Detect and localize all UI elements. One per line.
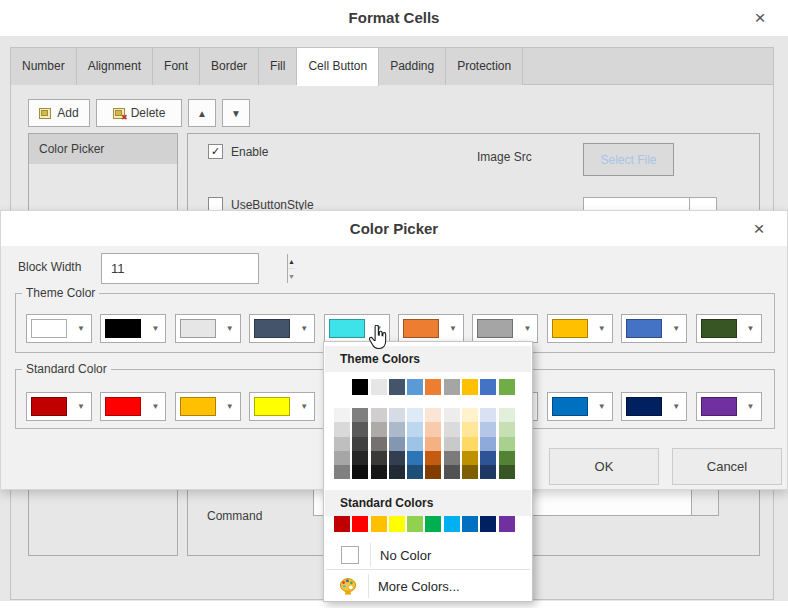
- no-color-menu-item[interactable]: No Color: [326, 542, 530, 568]
- color-cell[interactable]: [371, 422, 387, 436]
- tab-font[interactable]: Font: [153, 48, 200, 85]
- add-button[interactable]: Add: [28, 99, 90, 127]
- color-cell[interactable]: [389, 516, 405, 532]
- color-cell[interactable]: [334, 465, 350, 479]
- color-cell[interactable]: [371, 451, 387, 465]
- spinner-up-icon[interactable]: ▲: [288, 254, 295, 269]
- list-item-color-picker[interactable]: Color Picker: [29, 134, 177, 164]
- color-swatch[interactable]: [701, 319, 737, 338]
- color-cell[interactable]: [444, 451, 460, 465]
- color-cell[interactable]: [389, 451, 405, 465]
- color-cell[interactable]: [389, 437, 405, 451]
- color-swatch[interactable]: [701, 397, 737, 416]
- color-cell[interactable]: [462, 437, 478, 451]
- chevron-down-icon[interactable]: ▼: [741, 393, 761, 420]
- color-cell[interactable]: [444, 465, 460, 479]
- color-split-button[interactable]: ▼: [249, 314, 315, 343]
- color-cell[interactable]: [499, 408, 515, 422]
- color-swatch[interactable]: [626, 319, 662, 338]
- color-cell[interactable]: [499, 465, 515, 479]
- color-swatch[interactable]: [254, 397, 290, 416]
- color-cell[interactable]: [444, 516, 460, 532]
- color-cell[interactable]: [407, 451, 423, 465]
- color-cell[interactable]: [425, 437, 441, 451]
- select-file-button[interactable]: Select File: [583, 143, 674, 176]
- color-split-button[interactable]: ▼: [696, 392, 762, 421]
- cancel-button[interactable]: Cancel: [672, 448, 782, 485]
- color-cell[interactable]: [480, 437, 496, 451]
- color-cell[interactable]: [389, 422, 405, 436]
- tab-cell-button[interactable]: Cell Button: [297, 48, 379, 86]
- combo-dropdown-button[interactable]: [692, 490, 718, 515]
- color-cell[interactable]: [389, 465, 405, 479]
- color-cell[interactable]: [352, 422, 368, 436]
- color-split-button[interactable]: ▼: [26, 392, 92, 421]
- color-cell[interactable]: [499, 422, 515, 436]
- color-cell[interactable]: [334, 451, 350, 465]
- color-swatch[interactable]: [403, 319, 439, 338]
- color-split-button[interactable]: ▼: [547, 392, 613, 421]
- color-swatch[interactable]: [254, 319, 290, 338]
- color-split-button[interactable]: ▼: [249, 392, 315, 421]
- color-cell[interactable]: [462, 465, 478, 479]
- color-cell[interactable]: [389, 379, 405, 395]
- color-swatch[interactable]: [552, 397, 588, 416]
- color-cell[interactable]: [407, 379, 423, 395]
- color-cell[interactable]: [407, 408, 423, 422]
- chevron-down-icon[interactable]: ▼: [71, 393, 91, 420]
- close-icon[interactable]: ×: [746, 0, 774, 36]
- color-cell[interactable]: [425, 451, 441, 465]
- color-swatch[interactable]: [105, 319, 141, 338]
- color-split-button[interactable]: ▼: [175, 392, 241, 421]
- color-cell[interactable]: [444, 408, 460, 422]
- color-cell[interactable]: [425, 408, 441, 422]
- color-swatch[interactable]: [180, 397, 216, 416]
- more-colors-menu-item[interactable]: More Colors...: [326, 573, 530, 599]
- color-split-button[interactable]: ▼: [472, 314, 538, 343]
- color-cell[interactable]: [499, 451, 515, 465]
- ok-button[interactable]: OK: [549, 448, 659, 485]
- color-cell[interactable]: [480, 422, 496, 436]
- chevron-down-icon[interactable]: ▼: [145, 315, 165, 342]
- chevron-down-icon[interactable]: ▼: [145, 393, 165, 420]
- color-split-button[interactable]: ▼: [621, 392, 687, 421]
- enable-checkbox[interactable]: ✓: [208, 144, 223, 159]
- color-cell[interactable]: [371, 437, 387, 451]
- color-cell[interactable]: [334, 422, 350, 436]
- chevron-down-icon[interactable]: ▼: [592, 315, 612, 342]
- color-cell[interactable]: [407, 465, 423, 479]
- color-cell[interactable]: [480, 465, 496, 479]
- close-icon[interactable]: ×: [745, 211, 773, 246]
- color-split-button[interactable]: ▼: [547, 314, 613, 343]
- color-cell[interactable]: [462, 451, 478, 465]
- color-cell[interactable]: [480, 516, 496, 532]
- color-cell[interactable]: [334, 379, 350, 395]
- color-cell[interactable]: [425, 379, 441, 395]
- color-cell[interactable]: [334, 437, 350, 451]
- color-cell[interactable]: [425, 422, 441, 436]
- color-swatch[interactable]: [329, 319, 365, 338]
- color-cell[interactable]: [444, 437, 460, 451]
- chevron-down-icon[interactable]: ▼: [71, 315, 91, 342]
- chevron-down-icon[interactable]: ▼: [294, 393, 314, 420]
- color-cell[interactable]: [407, 422, 423, 436]
- spinner-down-icon[interactable]: ▼: [288, 269, 295, 283]
- tab-padding[interactable]: Padding: [379, 48, 446, 85]
- color-cell[interactable]: [352, 451, 368, 465]
- move-up-button[interactable]: ▲: [188, 99, 216, 127]
- chevron-down-icon[interactable]: ▼: [741, 315, 761, 342]
- color-cell[interactable]: [462, 379, 478, 395]
- color-cell[interactable]: [371, 408, 387, 422]
- chevron-down-icon[interactable]: ▼: [592, 393, 612, 420]
- color-cell[interactable]: [407, 437, 423, 451]
- color-cell[interactable]: [352, 437, 368, 451]
- color-cell[interactable]: [371, 465, 387, 479]
- color-cell[interactable]: [462, 422, 478, 436]
- color-split-button[interactable]: ▼: [175, 314, 241, 343]
- color-cell[interactable]: [352, 465, 368, 479]
- color-cell[interactable]: [371, 516, 387, 532]
- color-cell[interactable]: [352, 516, 368, 532]
- chevron-down-icon[interactable]: ▼: [666, 315, 686, 342]
- chevron-down-icon[interactable]: ▼: [517, 315, 537, 342]
- color-cell[interactable]: [425, 465, 441, 479]
